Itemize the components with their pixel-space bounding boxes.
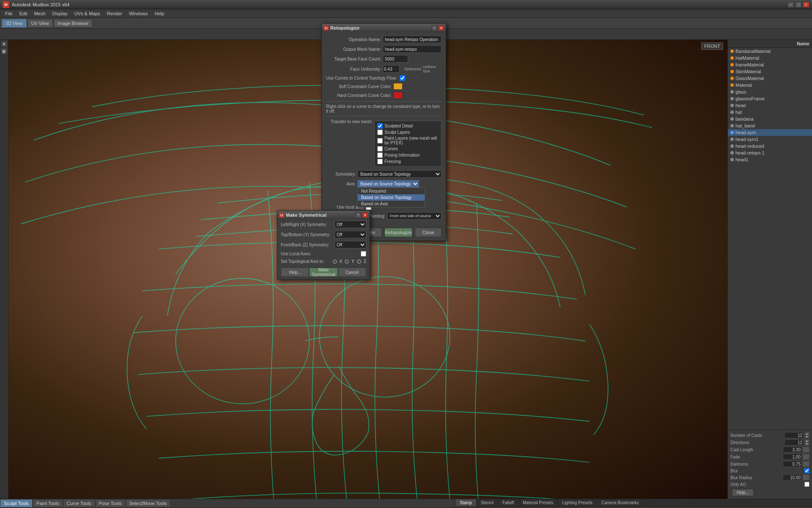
panel-list[interactable]: BandanaMaterialHatMaterialframeMaterialS… [728,48,812,429]
axis-source-topology[interactable]: Based on Source Topology [358,194,425,201]
darkness-slider[interactable] [803,461,809,467]
panel-item-hat[interactable]: hat [728,109,812,116]
blur-checkbox[interactable] [804,468,809,473]
axis-y-radio[interactable] [345,260,349,264]
directions-up[interactable]: ▲ [804,439,809,442]
transfer-sculpting-select[interactable]: From one side of source [387,212,442,220]
paint-layers-checkbox[interactable] [377,138,383,144]
menu-item-render[interactable]: Render [104,10,126,17]
cast-length-slider[interactable] [803,447,809,453]
blur-radius-slider[interactable] [803,475,809,480]
hard-constraint-color-swatch[interactable] [393,92,403,99]
retopo-close-button[interactable]: Close [415,228,442,237]
operation-name-input[interactable] [383,36,442,43]
stamp-tab-stamp[interactable]: Stamp [455,499,477,506]
freezing-checkbox[interactable] [377,159,383,164]
stamp-tab-falloff[interactable]: Falloff [498,499,518,506]
viewport-icon-mesh[interactable]: ▦ [1,48,8,55]
axis-based-on-axis[interactable]: Based on Axis [358,201,425,207]
lr-symmetry-select[interactable]: Off On [335,221,366,228]
retopo-help-icon[interactable]: ? [431,25,437,31]
tb-symmetry-select[interactable]: Off On [335,231,366,238]
sculpt-tab-paint-tools[interactable]: Paint Tools [33,499,63,508]
sculpt-tab-curve-tools[interactable]: Curve Tools [63,499,95,508]
fade-input[interactable] [783,454,802,460]
directions-spinner[interactable]: ▲ ▼ [804,439,809,445]
posing-info-checkbox[interactable] [377,152,383,158]
panel-item-head-sym[interactable]: head-sym [728,129,812,136]
stamp-tab-lighting-presets[interactable]: Lighting Presets [558,499,597,506]
panel-item-glass[interactable]: glass [728,88,812,95]
properties-help-button[interactable]: Help... [732,489,754,496]
directions-input[interactable] [785,439,804,445]
panel-item-head-reduced[interactable]: head-reduced [728,143,812,149]
sculpt-layers-checkbox[interactable] [377,130,383,135]
axis-select[interactable]: Based on Source Topology Not Required Ba… [357,180,419,188]
close-button[interactable]: ✕ [803,2,809,8]
sculpt-tab-select/move-tools[interactable]: Select/Move Tools [125,499,170,508]
output-mesh-input[interactable] [383,45,442,53]
sym-help-icon[interactable]: ? [355,212,361,218]
directions-down[interactable]: ▼ [804,442,809,445]
symmetry-select[interactable]: Based on Source Topology [357,170,442,178]
stamp-tab-stencil[interactable]: Stencil [477,499,498,506]
toolbar-btn-image-browser[interactable]: Image Browser [54,19,93,28]
sym-close-x[interactable]: ✕ [362,212,368,218]
fade-slider[interactable] [803,454,809,460]
num-casts-spinner[interactable]: ▲ ▼ [804,432,809,438]
menu-item-help[interactable]: Help [151,10,168,17]
darkness-input[interactable] [783,461,802,467]
menu-item-display[interactable]: Display [49,10,71,17]
curves-checkbox[interactable] [377,146,383,152]
panel-item-head-sym1[interactable]: head-sym1 [728,136,812,143]
blur-radius-input[interactable] [783,475,802,480]
face-uniformity-input[interactable] [383,65,400,73]
retopo-retopologize-button[interactable]: Retopologize [384,228,412,237]
panel-item-glassmaterial[interactable]: GlassMaterial [728,75,812,82]
num-casts-down[interactable]: ▼ [804,435,809,438]
soft-constraint-color-swatch[interactable] [393,83,403,90]
use-local-axes-sym-checkbox[interactable] [361,251,366,257]
sculpt-tab-sculpt-tools[interactable]: Sculpt Tools [0,499,33,508]
viewport-icon-display[interactable]: 🖥 [1,41,8,47]
axis-x-radio[interactable] [333,260,337,264]
panel-item-head1[interactable]: head1 [728,156,812,163]
panel-item-bandana[interactable]: bandana [728,116,812,122]
menu-item-edit[interactable]: Edit [16,10,31,17]
title-bar-controls[interactable]: ─ □ ✕ [787,2,809,8]
cast-length-input[interactable] [783,447,802,453]
retopo-close-x[interactable]: ✕ [438,25,444,31]
axis-not-required[interactable]: Not Required [358,188,425,194]
use-curves-checkbox[interactable] [400,75,405,81]
stamp-tab-material-presets[interactable]: Material Presets [518,499,558,506]
sculpt-tab-pose-tools[interactable]: Pose Tools [95,499,126,508]
sculpted-detail-checkbox[interactable] [377,123,383,129]
fb-symmetry-select[interactable]: Off On [335,241,366,248]
menu-item-file[interactable]: File [2,10,16,17]
panel-item-head-retopo-1[interactable]: head-retopo 1 [728,149,812,156]
panel-item-bandanamaterial[interactable]: BandanaMaterial [728,48,812,55]
axis-z-radio[interactable] [357,260,361,264]
num-casts-input[interactable] [785,432,804,438]
menu-item-uvs--maps[interactable]: UVs & Maps [71,10,104,17]
minimize-button[interactable]: ─ [787,2,794,8]
only-ao-checkbox[interactable] [804,482,809,487]
sym-help-button[interactable]: Help... [281,268,309,277]
sym-cancel-button[interactable]: Cancel [338,268,366,277]
panel-item-material[interactable]: Material [728,82,812,88]
make-sym-button[interactable]: Make Symmetrical [309,268,337,277]
stamp-tab-camera-bookmarks[interactable]: Camera Bookmarks [597,499,643,506]
maximize-button[interactable]: □ [795,2,802,8]
sym-dialog-titlebar[interactable]: M Make Symmetrical ? ✕ [277,211,370,219]
panel-item-framematerial[interactable]: frameMaterial [728,61,812,68]
panel-item-hat_band[interactable]: hat_band [728,122,812,129]
panel-item-head[interactable]: head [728,102,812,109]
toolbar-btn-uv-view[interactable]: UV View [27,19,53,28]
menu-item-mesh[interactable]: Mesh [31,10,49,17]
toolbar-btn-3d-view[interactable]: 3D View [2,19,27,28]
panel-item-glassesframe[interactable]: glassesFrame [728,95,812,102]
panel-item-hatmaterial[interactable]: HatMaterial [728,55,812,61]
menu-item-windows[interactable]: Windows [126,10,151,17]
target-face-input[interactable] [383,55,408,63]
num-casts-up[interactable]: ▲ [804,432,809,435]
